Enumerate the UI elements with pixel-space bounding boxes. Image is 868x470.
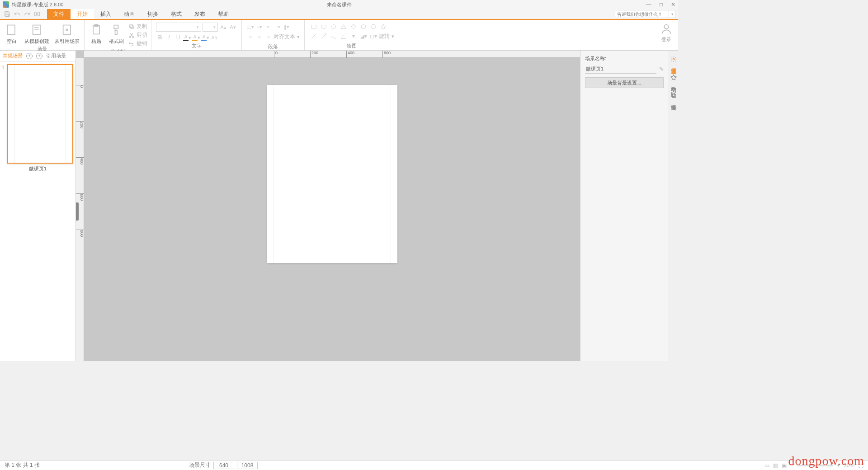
italic-icon[interactable]: I <box>165 33 173 42</box>
svg-point-18 <box>664 25 668 29</box>
shape-rect-icon[interactable] <box>309 23 318 31</box>
align-left-icon[interactable]: ≡ <box>246 33 255 41</box>
tab-animation[interactable]: 动画 <box>118 9 141 19</box>
underline-icon[interactable]: U <box>174 33 182 42</box>
tab-publish[interactable]: 发布 <box>188 9 212 19</box>
shape-pentagon-icon[interactable] <box>359 23 368 31</box>
arrow-icon[interactable] <box>319 32 328 40</box>
canvas[interactable] <box>84 58 580 361</box>
tab-insert[interactable]: 插入 <box>94 9 118 19</box>
font-color-icon[interactable]: A▾ <box>183 33 191 42</box>
scene-name-input[interactable] <box>585 65 656 74</box>
login-button[interactable]: 登录 <box>660 23 673 43</box>
add-scene-icon[interactable]: + <box>26 53 33 59</box>
font-name-select[interactable]: ▾ <box>156 23 201 32</box>
from-reference-button[interactable]: 从引用场景 <box>52 22 82 46</box>
line-spacing-icon[interactable]: ‖▾ <box>283 23 291 31</box>
bold-icon[interactable]: B <box>156 33 164 42</box>
tab-start[interactable]: 开始 <box>71 9 94 19</box>
star-icon <box>670 74 677 80</box>
increase-font-icon[interactable]: A▴ <box>219 23 227 31</box>
shape-diamond-icon[interactable] <box>349 23 358 31</box>
align-center-icon[interactable]: ≡ <box>255 33 264 41</box>
shape-hexagon-icon[interactable] <box>369 23 378 31</box>
increase-indent-icon[interactable]: ⇤ <box>264 23 273 31</box>
line-icon[interactable] <box>309 32 318 40</box>
highlight-color-icon[interactable]: A▾ <box>192 33 200 42</box>
tab-transition[interactable]: 切换 <box>141 9 165 19</box>
gear-icon <box>670 56 677 62</box>
cut-button[interactable]: 剪切 <box>128 31 147 39</box>
text-effect-icon[interactable]: A▾ <box>201 33 209 42</box>
freeform-icon[interactable]: ▾ <box>349 32 358 40</box>
properties-panel: 场景名称: ✎ 场景背景设置... <box>580 51 668 361</box>
save-icon[interactable] <box>3 10 12 18</box>
edit-name-icon[interactable]: ✎ <box>659 66 664 72</box>
tab-file[interactable]: 文件 <box>47 9 71 19</box>
undo-icon[interactable] <box>13 10 22 18</box>
vertical-ruler: 0 200 400 600 800 <box>76 58 84 361</box>
tab-reference-scenes[interactable]: 引用场景 <box>46 52 66 59</box>
page-canvas[interactable] <box>267 85 397 263</box>
slide-thumbnail[interactable]: 1 微课页1 <box>3 64 73 172</box>
group-label-draw: 绘图 <box>307 42 397 50</box>
layers-icon <box>670 92 677 99</box>
shape-triangle-icon[interactable] <box>339 23 348 31</box>
from-template-button[interactable]: 从模板创建 <box>22 22 52 46</box>
group-label-text: 文字 <box>153 42 240 50</box>
app-logo-icon <box>3 1 9 8</box>
curve-icon[interactable] <box>329 32 338 40</box>
close-button[interactable]: ✕ <box>671 1 675 8</box>
sidetab-properties[interactable]: 属性设置 <box>670 54 677 66</box>
bullet-list-icon[interactable]: ☰▾ <box>246 23 255 31</box>
shape-roundrect-icon[interactable] <box>319 23 328 31</box>
ruler-handle[interactable] <box>76 202 79 221</box>
ribbon-group-paragraph: ☰▾ ≡▾ ⇤ ⇥ ‖▾ ≡ ≡ ≡ 对齐文本▾ 段落 <box>242 20 305 50</box>
shape-circle-icon[interactable] <box>329 23 338 31</box>
help-search: ▾ <box>615 10 675 18</box>
group-label-paragraph: 段落 <box>244 43 302 51</box>
svg-rect-0 <box>6 14 9 17</box>
decrease-indent-icon[interactable]: ⇥ <box>274 23 282 31</box>
outline-icon[interactable]: ◻▾ <box>369 32 378 40</box>
user-icon <box>660 23 673 35</box>
blank-scene-button[interactable]: 空白 <box>2 22 22 46</box>
sidetab-animation[interactable]: 交互动画 <box>670 72 677 84</box>
tab-help[interactable]: 帮助 <box>212 9 235 19</box>
align-right-icon[interactable]: ≡ <box>264 33 273 41</box>
format-painter-button[interactable]: 格式刷 <box>106 22 127 46</box>
add-scene2-icon[interactable]: + <box>36 53 42 59</box>
svg-rect-1 <box>6 12 8 13</box>
shape-star-icon[interactable] <box>379 23 388 31</box>
tab-format[interactable]: 格式 <box>165 9 188 19</box>
svg-rect-3 <box>8 25 15 35</box>
help-input[interactable] <box>615 10 669 18</box>
help-dropdown-icon[interactable]: ▾ <box>669 10 675 18</box>
rotate-button[interactable]: 旋转▾ <box>379 32 394 40</box>
maximize-button[interactable]: □ <box>660 1 663 8</box>
side-tabs: 属性设置 交互动画 选择窗格 <box>668 51 678 361</box>
minimize-button[interactable]: — <box>646 1 651 8</box>
sidetab-selection[interactable]: 选择窗格 <box>670 90 677 102</box>
fill-icon[interactable]: ◢▾ <box>359 32 368 40</box>
undo-button[interactable]: 撤销 <box>128 40 147 47</box>
preview-icon[interactable] <box>33 10 42 18</box>
ribbon: 空白 从模板创建 从引用场景 场景 粘贴 格式刷 复制 剪切 撤销 剪贴板 ▾ … <box>0 19 678 51</box>
number-list-icon[interactable]: ≡▾ <box>255 23 264 31</box>
svg-rect-15 <box>321 25 326 28</box>
slide-panel: 常规场景 + + 引用场景 1 微课页1 <box>0 51 76 361</box>
document-title: 未命名课件 <box>327 1 352 8</box>
angle-icon[interactable] <box>339 32 348 40</box>
tab-default-scenes[interactable]: 常规场景 <box>3 52 23 59</box>
ribbon-group-scene: 空白 从模板创建 从引用场景 场景 <box>0 20 85 50</box>
scene-background-button[interactable]: 场景背景设置... <box>585 77 664 88</box>
menu-tabs: 文件 开始 插入 动画 切换 格式 发布 帮助 <box>47 9 235 19</box>
paste-button[interactable]: 粘贴 <box>86 22 106 46</box>
copy-button[interactable]: 复制 <box>128 23 147 30</box>
clear-format-icon[interactable]: Aa <box>210 33 218 42</box>
window-controls: — □ ✕ <box>646 1 675 8</box>
decrease-font-icon[interactable]: A▾ <box>229 23 237 31</box>
font-size-select[interactable]: ▾ <box>203 23 218 32</box>
redo-icon[interactable] <box>23 10 32 18</box>
align-text-button[interactable]: 对齐文本▾ <box>274 33 300 41</box>
